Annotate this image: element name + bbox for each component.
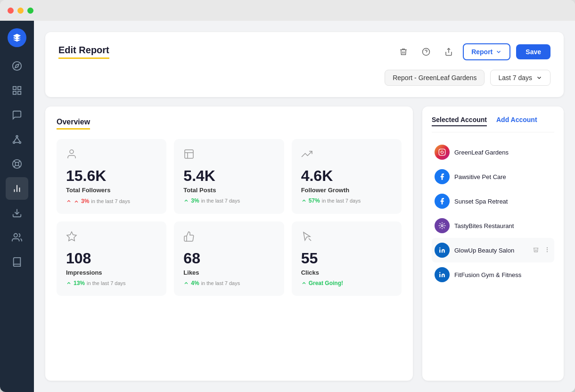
svg-line-16	[14, 161, 16, 163]
svg-line-17	[18, 165, 20, 167]
close-button[interactable]	[8, 8, 14, 14]
svg-rect-29	[185, 150, 193, 158]
growth-label: Follower Growth	[301, 187, 392, 194]
sidebar-item-download[interactable]	[6, 202, 28, 224]
svg-marker-3	[15, 64, 19, 68]
accounts-panel: Selected Account Add Account GreenL	[422, 106, 564, 381]
tab-selected-account[interactable]: Selected Account	[432, 116, 487, 126]
account-avatar-sunset	[435, 194, 450, 209]
account-item-pawsitive[interactable]: Pawsitive Pet Care	[432, 164, 554, 189]
share-button[interactable]	[440, 43, 457, 60]
account-avatar-greenleaf	[435, 145, 450, 160]
metrics-grid: 15.6K Total Followers 3% in the last 7 d…	[57, 139, 402, 296]
svg-point-40	[547, 251, 547, 252]
content-row: Overview 15.6K Total Followers	[45, 106, 564, 381]
sidebar-logo[interactable]	[8, 28, 26, 47]
svg-point-42	[439, 272, 440, 273]
svg-line-19	[14, 165, 16, 167]
account-name-glowup: GlowUp Beauty Salon	[454, 247, 527, 254]
svg-point-37	[439, 247, 440, 248]
svg-point-35	[441, 225, 443, 227]
likes-change: 4% in the last 7 days	[183, 280, 274, 286]
impressions-change: 13% in the last 7 days	[66, 280, 157, 286]
svg-point-1	[16, 37, 18, 39]
account-name-sunset: Sunset Spa Retreat	[454, 198, 551, 205]
clicks-icon	[301, 231, 392, 245]
account-name-tastybites: TastyBites Restaurant	[454, 222, 551, 229]
account-item-glowup[interactable]: GlowUp Beauty Salon	[432, 238, 554, 262]
account-name-fitfusion: FitFusion Gym & Fitness	[454, 271, 551, 278]
growth-icon	[301, 148, 392, 163]
account-name-pawsitive: Pawsitive Pet Care	[454, 173, 551, 180]
metric-card-followers: 15.6K Total Followers 3% in the last 7 d…	[57, 139, 166, 214]
main-content: Edit Report	[34, 21, 575, 392]
svg-point-2	[13, 62, 21, 70]
overview-panel: Overview 15.6K Total Followers	[45, 106, 413, 381]
save-button[interactable]: Save	[516, 44, 550, 59]
sidebar-item-network[interactable]	[6, 128, 28, 151]
sidebar-item-dashboard[interactable]	[6, 79, 28, 102]
account-item-sunset[interactable]: Sunset Spa Retreat	[432, 189, 554, 213]
account-avatar-glowup	[435, 243, 450, 258]
svg-marker-31	[67, 232, 76, 241]
followers-change: 3% in the last 7 days	[66, 197, 157, 204]
account-name-greenleaf: GreenLeaf Gardens	[454, 149, 551, 156]
clicks-label: Clicks	[301, 269, 392, 276]
help-button[interactable]	[418, 43, 435, 60]
svg-line-12	[17, 137, 20, 141]
likes-icon	[183, 231, 274, 245]
account-avatar-fitfusion	[435, 267, 450, 282]
page-title: Edit Report	[58, 45, 109, 59]
tab-add-account[interactable]: Add Account	[496, 116, 537, 126]
metric-card-growth: 4.6K Follower Growth 57% in the last 7 d…	[292, 139, 402, 214]
titlebar	[0, 0, 575, 21]
sidebar-item-support[interactable]	[6, 153, 28, 175]
sidebar-item-analytics[interactable]	[6, 177, 28, 200]
followers-label: Total Followers	[66, 187, 157, 194]
overview-title: Overview	[57, 118, 90, 130]
svg-rect-4	[13, 87, 16, 90]
report-button[interactable]: Report	[463, 43, 510, 60]
svg-point-15	[15, 162, 18, 165]
posts-change: 3% in the last 7 days	[183, 197, 274, 204]
account-item-tastybites[interactable]: TastyBites Restaurant	[432, 213, 554, 238]
minimize-button[interactable]	[17, 8, 24, 14]
filter-period-dropdown[interactable]: Last 7 days	[490, 70, 550, 86]
metric-card-likes: 68 Likes 4% in the last 7 days	[174, 221, 284, 296]
maximize-button[interactable]	[27, 8, 33, 14]
svg-point-10	[19, 142, 21, 144]
svg-point-39	[547, 249, 547, 250]
impressions-label: Impressions	[66, 269, 157, 276]
likes-label: Likes	[183, 269, 274, 276]
metric-card-clicks: 55 Clicks Great Going!	[292, 221, 402, 296]
sidebar-item-groups[interactable]	[6, 226, 28, 249]
glowup-more-icon[interactable]	[543, 245, 551, 255]
filter-account-label: Report - GreenLeaf Gardens	[385, 70, 485, 86]
metric-card-posts: 5.4K Total Posts 3% in the last 7 days	[174, 139, 284, 214]
account-item-fitfusion[interactable]: FitFusion Gym & Fitness	[432, 262, 554, 287]
app-body: Edit Report	[0, 21, 575, 392]
app-window: Edit Report	[0, 0, 575, 392]
delete-button[interactable]	[395, 43, 412, 60]
report-header-card: Edit Report	[45, 32, 564, 97]
svg-point-8	[16, 136, 18, 138]
likes-value: 68	[183, 250, 274, 267]
metric-card-impressions: 108 Impressions 13% in the last 7 days	[57, 221, 166, 296]
sidebar-item-messages[interactable]	[6, 104, 28, 126]
header-filters: Report - GreenLeaf Gardens Last 7 days	[58, 70, 550, 86]
sidebar-item-navigation[interactable]	[6, 55, 28, 77]
impressions-value: 108	[66, 250, 157, 267]
clicks-change: Great Going!	[301, 280, 392, 286]
svg-rect-6	[18, 91, 21, 94]
accounts-header: Selected Account Add Account	[432, 116, 554, 132]
svg-line-11	[14, 137, 17, 141]
glowup-delete-icon[interactable]	[532, 245, 540, 255]
svg-point-24	[14, 234, 17, 237]
header-top: Edit Report	[58, 43, 550, 60]
svg-rect-7	[13, 91, 16, 94]
sidebar	[0, 21, 34, 392]
posts-value: 5.4K	[183, 167, 274, 185]
account-item-greenleaf[interactable]: GreenLeaf Gardens	[432, 140, 554, 164]
growth-change: 57% in the last 7 days	[301, 197, 392, 204]
sidebar-item-library[interactable]	[6, 251, 28, 273]
